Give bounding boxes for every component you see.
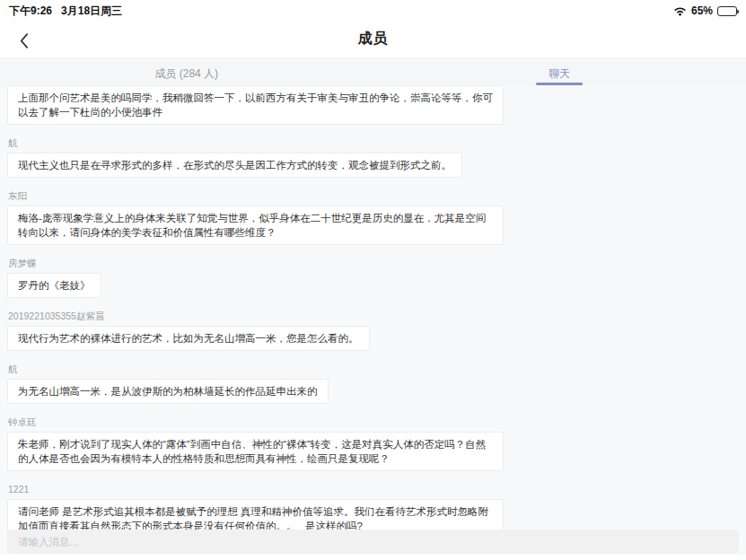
sender-name: 航 — [8, 137, 739, 149]
chat-message: 2019221035355赵紫晨 现代行为艺术的裸体进行的艺术，比如为无名山增高… — [7, 311, 739, 351]
back-button[interactable] — [11, 29, 36, 52]
status-date: 3月18日周三 — [61, 4, 122, 19]
sender-name: 航 — [8, 363, 739, 375]
chat-message: 房梦蝶 罗丹的《老妓》 — [7, 258, 739, 298]
wifi-icon — [673, 6, 687, 16]
chat-message: 东阳 梅洛-庞蒂现象学意义上的身体来关联了知觉与世界，似乎身体在二十世纪更是历史… — [7, 190, 739, 245]
nav-header: 成员 — [0, 20, 746, 59]
message-bubble: 现代主义也只是在寻求形式的多样，在形式的尽头是因工作方式的转变，观念被提到形式之… — [7, 153, 462, 178]
message-bubble: 罗丹的《老妓》 — [7, 273, 101, 298]
chevron-left-icon — [19, 32, 29, 49]
bottom-strip — [0, 555, 746, 560]
tab-chat[interactable]: 聊天 — [373, 60, 746, 87]
chat-message: 上面那个问艺术是美的吗同学，我稍微回答一下，以前西方有关于审美与审丑的争论，崇高… — [7, 87, 739, 125]
status-time: 下午9:26 — [9, 4, 52, 19]
message-input[interactable] — [7, 529, 739, 554]
sender-name: 房梦蝶 — [8, 258, 739, 269]
message-bubble: 为无名山增高一米，是从波伊斯的为柏林墙延长的作品延申出来的 — [7, 379, 329, 404]
tab-chat-label: 聊天 — [549, 66, 570, 82]
sender-name: 2019221035355赵紫晨 — [8, 311, 739, 322]
sender-name: 钟卓廷 — [8, 416, 739, 428]
chat-message: 航 为无名山增高一米，是从波伊斯的为柏林墙延长的作品延申出来的 — [7, 363, 739, 404]
battery-nub — [737, 10, 739, 13]
battery-icon — [717, 6, 737, 16]
message-bubble: 梅洛-庞蒂现象学意义上的身体来关联了知觉与世界，似乎身体在二十世纪更是历史的显在… — [7, 206, 504, 245]
page-title: 成员 — [358, 30, 389, 48]
tab-members[interactable]: 成员 (284 人) — [0, 60, 373, 87]
chat-message: 钟卓廷 朱老师，刚才说到了现实人体的“露体”到画中自信、神性的“裸体”转变，这是… — [7, 416, 739, 471]
status-bar: 下午9:26 3月18日周三 65% — [0, 0, 746, 20]
active-tab-underline — [536, 83, 583, 85]
status-time-date: 下午9:26 3月18日周三 — [9, 4, 122, 19]
tab-bar: 成员 (284 人) 聊天 — [0, 60, 746, 87]
tab-members-label: 成员 (284 人) — [154, 66, 218, 82]
sender-name: 东阳 — [8, 190, 739, 202]
message-bubble: 现代行为艺术的裸体进行的艺术，比如为无名山增高一米，您是怎么看的。 — [7, 326, 370, 351]
app-screen: 下午9:26 3月18日周三 65% — [0, 0, 746, 560]
chat-message: 航 现代主义也只是在寻求形式的多样，在形式的尽头是因工作方式的转变，观念被提到形… — [7, 137, 739, 178]
message-bubble: 上面那个问艺术是美的吗同学，我稍微回答一下，以前西方有关于审美与审丑的争论，崇高… — [7, 87, 504, 125]
message-bubble: 朱老师，刚才说到了现实人体的“露体”到画中自信、神性的“裸体”转变，这是对真实人… — [7, 432, 504, 471]
sender-name: 1221 — [8, 484, 739, 495]
message-list[interactable]: 上面那个问艺术是美的吗同学，我稍微回答一下，以前西方有关于审美与审丑的争论，崇高… — [0, 87, 746, 555]
battery-percent-label: 65% — [691, 4, 713, 17]
message-composer — [7, 529, 739, 554]
